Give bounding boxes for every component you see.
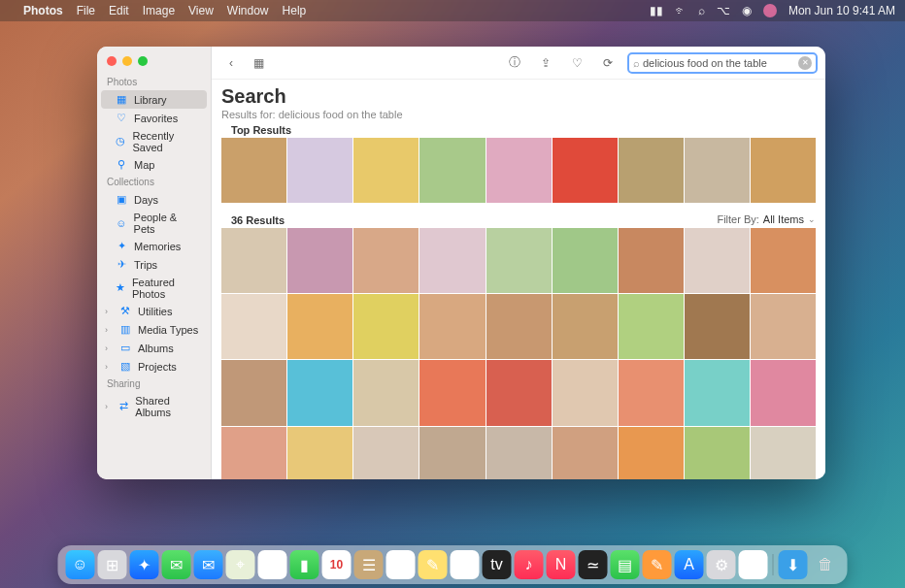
photo-thumb[interactable]: [221, 427, 286, 480]
photo-thumb[interactable]: [486, 360, 552, 425]
zoom-button[interactable]: [138, 56, 148, 66]
dock-settings-icon[interactable]: ⚙: [707, 550, 736, 579]
dock-iphone-icon[interactable]: ▮: [739, 550, 768, 579]
photo-thumb[interactable]: [685, 360, 750, 425]
sidebar-item-people-pets[interactable]: ☺People & Pets: [101, 209, 207, 237]
photo-thumb[interactable]: [419, 427, 485, 480]
sidebar-item-media-types[interactable]: ›▥Media Types: [101, 320, 207, 339]
share-button[interactable]: ⇪: [534, 52, 557, 74]
dock-facetime-icon[interactable]: ▮: [290, 550, 319, 579]
favorite-button[interactable]: ♡: [565, 52, 588, 74]
photo-thumb[interactable]: [619, 360, 684, 425]
photo-thumb[interactable]: [751, 427, 816, 480]
photo-thumb[interactable]: [287, 294, 352, 359]
dock-stocks-icon[interactable]: ≃: [579, 550, 608, 579]
dock-pages-icon[interactable]: ✎: [643, 550, 672, 579]
menu-view[interactable]: View: [188, 4, 214, 17]
photo-thumb[interactable]: [685, 294, 750, 359]
siri-icon[interactable]: ◉: [742, 4, 752, 17]
menu-file[interactable]: File: [77, 4, 95, 17]
photo-thumb[interactable]: [353, 228, 419, 293]
sidebar-item-favorites[interactable]: ♡Favorites: [101, 109, 207, 127]
photo-thumb[interactable]: [685, 228, 750, 293]
dock-numbers-icon[interactable]: ▤: [611, 550, 640, 579]
control-center-icon[interactable]: ⌥: [717, 4, 730, 17]
photo-thumb[interactable]: [287, 427, 352, 480]
photo-thumb[interactable]: [353, 138, 419, 203]
photo-thumb[interactable]: [553, 427, 618, 480]
photo-thumb[interactable]: [553, 360, 618, 425]
minimize-button[interactable]: [122, 56, 132, 66]
battery-icon[interactable]: ▮▮: [650, 4, 663, 17]
photo-thumb[interactable]: [419, 294, 485, 359]
spotlight-icon[interactable]: ⌕: [698, 4, 705, 17]
photo-thumb[interactable]: [619, 228, 684, 293]
photo-thumb[interactable]: [287, 138, 352, 203]
dock-launchpad-icon[interactable]: ⊞: [98, 550, 127, 579]
photo-thumb[interactable]: [419, 138, 485, 203]
sidebar-item-days[interactable]: ▣Days: [101, 190, 207, 209]
photo-thumb[interactable]: [751, 360, 816, 425]
sidebar-item-library[interactable]: ▦Library: [101, 90, 207, 109]
dock-messages-icon[interactable]: ✉: [162, 550, 191, 579]
dock-photos-icon[interactable]: ❁: [258, 550, 287, 579]
sidebar-item-albums[interactable]: ›▭Albums: [101, 339, 207, 357]
photo-thumb[interactable]: [221, 228, 286, 293]
menubar-clock[interactable]: Mon Jun 10 9:41 AM: [788, 4, 895, 17]
sidebar-item-shared-albums[interactable]: ›⇄Shared Albums: [101, 392, 207, 420]
photo-thumb[interactable]: [553, 138, 618, 203]
dock-freeform-icon[interactable]: ✐: [451, 550, 480, 579]
photo-thumb[interactable]: [619, 427, 684, 480]
dock-calendar-icon[interactable]: 10: [322, 550, 352, 579]
close-button[interactable]: [107, 56, 117, 66]
menu-edit[interactable]: Edit: [109, 4, 129, 17]
photo-thumb[interactable]: [287, 360, 352, 425]
wifi-icon[interactable]: ᯤ: [675, 4, 687, 17]
photo-thumb[interactable]: [486, 427, 552, 480]
photo-thumb[interactable]: [685, 138, 750, 203]
info-button[interactable]: ⓘ: [503, 52, 526, 74]
photo-thumb[interactable]: [221, 294, 286, 359]
photo-thumb[interactable]: [221, 360, 286, 425]
dock-safari-icon[interactable]: ✦: [130, 550, 159, 579]
sidebar-item-utilities[interactable]: ›⚒Utilities: [101, 302, 207, 320]
dock-appstore-icon[interactable]: A: [675, 550, 704, 579]
dock-notes-icon[interactable]: ✎: [419, 550, 448, 579]
photo-thumb[interactable]: [685, 427, 750, 480]
rotate-button[interactable]: ⟳: [596, 52, 620, 74]
sidebar-item-trips[interactable]: ✈Trips: [101, 255, 207, 274]
photo-thumb[interactable]: [419, 228, 485, 293]
dock-reminders-icon[interactable]: ☰: [386, 550, 416, 579]
back-button[interactable]: ‹: [219, 52, 243, 74]
dock-contacts-icon[interactable]: ☰: [354, 550, 384, 579]
sidebar-item-memories[interactable]: ✦Memories: [101, 237, 207, 255]
photo-thumb[interactable]: [553, 294, 618, 359]
view-mode-button[interactable]: ▦: [247, 52, 270, 74]
photo-thumb[interactable]: [419, 360, 485, 425]
sidebar-item-featured-photos[interactable]: ★Featured Photos: [101, 274, 207, 302]
dock-mail-icon[interactable]: ✉: [194, 550, 223, 579]
photo-thumb[interactable]: [287, 228, 352, 293]
dock-downloads-icon[interactable]: ⬇: [779, 550, 808, 579]
sidebar-item-recently-saved[interactable]: ◷Recently Saved: [101, 127, 207, 155]
dock-music-icon[interactable]: ♪: [515, 550, 544, 579]
photo-thumb[interactable]: [751, 294, 816, 359]
photo-thumb[interactable]: [221, 138, 286, 203]
clear-search-button[interactable]: ✕: [798, 56, 812, 70]
photo-thumb[interactable]: [486, 138, 552, 203]
dock-finder-icon[interactable]: ☺: [66, 550, 95, 579]
dock-trash-icon[interactable]: 🗑: [811, 550, 840, 579]
dock-maps-icon[interactable]: ⌖: [226, 550, 255, 579]
search-field[interactable]: ⌕ ✕: [627, 52, 818, 74]
user-avatar[interactable]: [763, 4, 777, 17]
dock-tv-icon[interactable]: tv: [483, 550, 512, 579]
menu-window[interactable]: Window: [227, 4, 269, 17]
photo-thumb[interactable]: [751, 138, 816, 203]
search-input[interactable]: [643, 57, 798, 69]
photo-thumb[interactable]: [353, 294, 419, 359]
photo-thumb[interactable]: [353, 360, 419, 425]
filter-by[interactable]: Filter By: All Items ⌄: [717, 213, 816, 225]
sidebar-item-map[interactable]: ⚲Map: [101, 155, 207, 174]
photo-thumb[interactable]: [486, 294, 552, 359]
photo-thumb[interactable]: [553, 228, 618, 293]
